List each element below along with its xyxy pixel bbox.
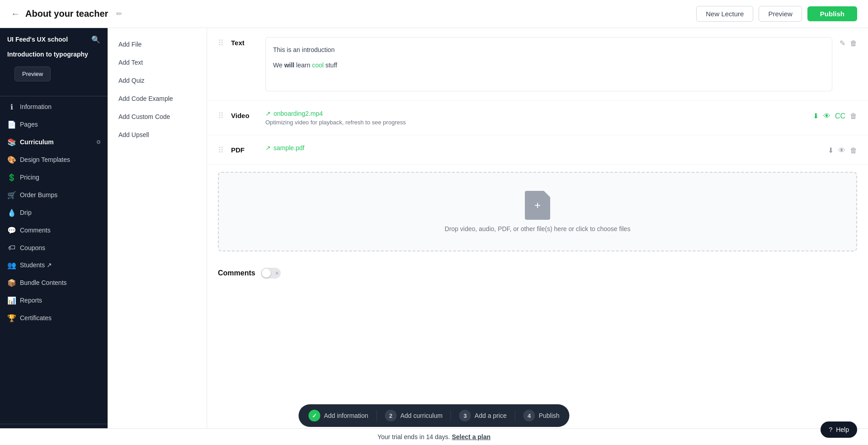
sidebar-item-label: Design Templates <box>20 156 70 163</box>
toggle-knob <box>262 269 271 278</box>
text-line-2: We will learn cool stuff <box>273 60 825 70</box>
sidebar-item-design-templates[interactable]: 🎨 Design Templates <box>0 151 108 169</box>
edit-icon[interactable]: ✏ <box>116 9 122 18</box>
progress-step-curriculum[interactable]: 2 Add curriculum <box>377 406 449 425</box>
video-download-button[interactable]: ⬇ <box>813 112 819 120</box>
sidebar-item-reports[interactable]: 📊 Reports <box>0 292 108 309</box>
video-caption-button[interactable]: CC <box>835 112 845 120</box>
preview-button[interactable]: Preview <box>759 6 802 22</box>
design-templates-icon: 🎨 <box>7 156 16 164</box>
text-box: This is an introduction We will learn co… <box>265 37 832 91</box>
pdf-delete-button[interactable]: 🗑 <box>850 147 857 155</box>
course-title-area: Introduction to typography <box>0 47 108 66</box>
video-file-link[interactable]: ↗ onboarding2.mp4 <box>265 110 806 117</box>
sidebar-item-students[interactable]: 👥 Students ↗ <box>0 256 108 274</box>
add-upsell-button[interactable]: Add Upsell <box>108 126 207 144</box>
sidebar: UI Feed's UX school 🔍 Introduction to ty… <box>0 28 108 445</box>
publish-button[interactable]: Publish <box>807 6 857 21</box>
sidebar-item-pricing[interactable]: 💲 Pricing <box>0 169 108 186</box>
drop-zone-text: Drop video, audio, PDF, or other file(s)… <box>445 225 631 232</box>
sidebar-item-coupons[interactable]: 🏷 Coupons <box>0 239 108 256</box>
pdf-row-label: PDF <box>231 144 258 154</box>
sidebar-item-label: Coupons <box>20 244 45 251</box>
sidebar-item-drip[interactable]: 💧 Drip <box>0 204 108 222</box>
sidebar-item-label: Bundle Contents <box>20 279 67 286</box>
drop-zone[interactable]: + Drop video, audio, PDF, or other file(… <box>218 172 857 251</box>
help-circle-icon: ? <box>829 426 832 433</box>
text-row-body: This is an introduction We will learn co… <box>265 37 832 91</box>
help-button[interactable]: ? Help <box>821 421 857 438</box>
sidebar-preview-button[interactable]: Preview <box>14 66 51 81</box>
video-filename: onboarding2.mp4 <box>274 110 323 117</box>
sidebar-item-label: Information <box>20 103 52 110</box>
sidebar-item-curriculum[interactable]: 📚 Curriculum <box>0 133 108 151</box>
select-plan-link[interactable]: Select a plan <box>452 433 491 440</box>
drop-zone-icon: + <box>525 191 550 220</box>
external-link-icon: ↗ <box>265 110 271 117</box>
pdf-preview-button[interactable]: 👁 <box>838 147 845 155</box>
add-file-button[interactable]: Add File <box>108 35 207 53</box>
students-icon: 👥 <box>7 261 16 270</box>
video-delete-button[interactable]: 🗑 <box>850 112 857 120</box>
progress-step-price[interactable]: 3 Add a price <box>452 406 514 425</box>
sidebar-item-pages[interactable]: 📄 Pages <box>0 116 108 133</box>
step-divider-3 <box>515 410 515 421</box>
sidebar-item-label: Comments <box>20 227 51 234</box>
middle-panel: Add File Add Text Add Quiz Add Code Exam… <box>108 28 207 445</box>
sidebar-item-order-bumps[interactable]: 🛒 Order Bumps <box>0 186 108 204</box>
order-bumps-icon: 🛒 <box>7 191 16 199</box>
text-drag-handle[interactable]: ⠿ <box>218 37 224 48</box>
progress-bar: ✓ Add information 2 Add curriculum 3 Add… <box>298 404 569 427</box>
page-title: About your teacher <box>25 9 108 19</box>
add-code-example-button[interactable]: Add Code Example <box>108 90 207 108</box>
step-2-label: Add curriculum <box>400 412 442 419</box>
pdf-drag-handle[interactable]: ⠿ <box>218 144 224 155</box>
video-row-label: Video <box>231 110 258 119</box>
step-4-num: 4 <box>524 410 535 421</box>
video-drag-handle[interactable]: ⠿ <box>218 110 224 121</box>
toggle-x-icon: ✕ <box>275 270 279 276</box>
coupons-icon: 🏷 <box>7 244 16 252</box>
add-custom-code-button[interactable]: Add Custom Code <box>108 108 207 126</box>
video-preview-button[interactable]: 👁 <box>823 112 830 120</box>
progress-step-information[interactable]: ✓ Add information <box>301 406 375 425</box>
text-delete-button[interactable]: 🗑 <box>850 39 857 47</box>
brand-name: UI Feed's UX school <box>7 35 68 43</box>
comments-section: Comments ✕ <box>207 259 868 288</box>
back-button[interactable]: ← <box>11 9 20 19</box>
comments-toggle[interactable]: ✕ <box>261 268 281 279</box>
pdf-download-button[interactable]: ⬇ <box>828 146 834 155</box>
sidebar-item-label: Drip <box>20 209 32 216</box>
bundle-contents-icon: 📦 <box>7 279 16 287</box>
search-icon[interactable]: 🔍 <box>91 35 100 44</box>
sidebar-item-comments[interactable]: 💬 Comments <box>0 222 108 239</box>
text-edit-button[interactable]: ✎ <box>840 39 845 47</box>
step-1-label: Add information <box>324 412 368 419</box>
sidebar-item-label: Reports <box>20 297 42 304</box>
step-divider-2 <box>451 410 451 421</box>
pdf-filename: sample.pdf <box>274 144 304 151</box>
comments-icon: 💬 <box>7 226 16 235</box>
sidebar-item-label: Certificates <box>20 314 52 322</box>
progress-step-publish[interactable]: 4 Publish <box>516 406 567 425</box>
sidebar-item-information[interactable]: ℹ Information <box>0 98 108 116</box>
add-quiz-button[interactable]: Add Quiz <box>108 71 207 90</box>
trial-text: Your trial ends in 14 days. <box>377 433 450 440</box>
reports-icon: 📊 <box>7 296 16 305</box>
curriculum-icon: 📚 <box>7 138 16 147</box>
top-bar-left: ← About your teacher ✏ <box>11 9 122 19</box>
add-text-button[interactable]: Add Text <box>108 53 207 71</box>
trial-bar: Your trial ends in 14 days. Select a pla… <box>0 428 868 445</box>
new-lecture-button[interactable]: New Lecture <box>696 6 753 22</box>
sidebar-item-label: Students ↗ <box>20 261 52 269</box>
step-divider-1 <box>376 410 377 421</box>
comments-label: Comments <box>218 269 255 277</box>
pdf-file-link[interactable]: ↗ sample.pdf <box>265 144 821 151</box>
sidebar-item-label: Pages <box>20 121 38 128</box>
sidebar-brand: UI Feed's UX school 🔍 <box>0 28 108 47</box>
text-content-row: ⠿ Text This is an introduction We will l… <box>207 28 868 101</box>
pricing-icon: 💲 <box>7 173 16 182</box>
sidebar-item-certificates[interactable]: 🏆 Certificates <box>0 309 108 327</box>
sidebar-item-bundle-contents[interactable]: 📦 Bundle Contents <box>0 274 108 292</box>
information-icon: ℹ <box>7 103 16 111</box>
